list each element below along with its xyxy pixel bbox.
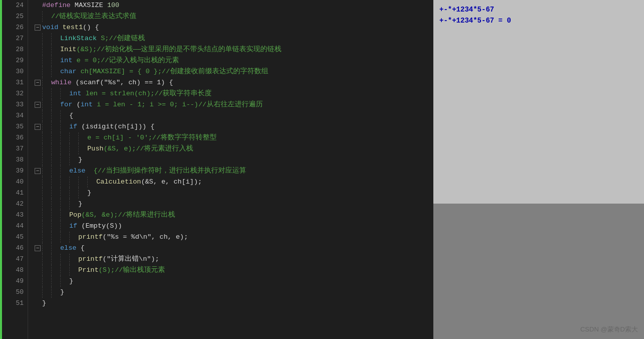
output-line: +-*+1234*5-67 = 0 <box>439 15 638 26</box>
token: } <box>78 154 82 165</box>
token: Print <box>78 265 99 276</box>
indent-guides <box>42 287 60 298</box>
token: (&S, e, ch[i]); <box>141 177 202 188</box>
token: (&S, &e);//将结果进行出栈 <box>81 210 175 221</box>
token: MAXSIZE <box>75 0 103 11</box>
indent-guides <box>42 188 87 199</box>
output-panel: +-*+1234*5-67+-*+1234*5-67 = 0 CSDN @蒙奇D… <box>433 0 644 339</box>
token: (&S, e);//将元素进行入栈 <box>103 143 193 154</box>
indent-guides <box>42 276 69 287</box>
indent-guides <box>42 44 60 55</box>
code-line: //链栈实现波兰表达式求值 <box>33 11 433 22</box>
token: () { <box>83 22 99 33</box>
token: Push <box>87 143 103 154</box>
code-line: } <box>33 188 433 199</box>
token: i = len - 1; i >= 0; i--)//从右往左进行遍历 <box>93 99 263 110</box>
token: (isdigit(ch[i])) { <box>77 121 154 132</box>
line-number: 49 <box>2 276 24 287</box>
indent-guides <box>42 99 60 110</box>
token: } <box>69 276 73 287</box>
code-line: −else { <box>33 243 433 254</box>
line-number: 48 <box>2 265 24 276</box>
code-line: } <box>33 199 433 210</box>
token: int <box>81 99 93 110</box>
fold-icon <box>33 287 42 298</box>
indent-guides <box>42 143 87 154</box>
token: (&S);//初始化栈——这里采用的是不带头结点的单链表实现的链栈 <box>76 44 281 55</box>
token: } <box>60 287 64 298</box>
token: {//当扫描到操作符时，进行出栈并执行对应运算 <box>85 165 246 177</box>
fold-icon <box>33 265 42 276</box>
indent-guides <box>42 55 60 66</box>
indent-guides <box>42 66 60 77</box>
line-number: 24 <box>2 0 24 11</box>
fold-icon[interactable]: − <box>33 243 42 254</box>
line-number: 45 <box>2 232 24 243</box>
fold-icon <box>33 110 42 121</box>
indent-guides <box>42 121 69 132</box>
token: ch[MAXSIZE] = { 0 };//创建接收前缀表达式的字符数组 <box>76 66 268 77</box>
code-line: } <box>33 154 433 165</box>
line-number: 26 <box>2 22 24 33</box>
code-line: int len = strlen(ch);//获取字符串长度 <box>33 88 433 99</box>
line-number: 27 <box>2 33 24 44</box>
output-line: +-*+1234*5-67 <box>439 4 638 15</box>
code-line: −while (scanf("%s", ch) == 1) { <box>33 77 433 88</box>
indent-guides <box>42 254 78 265</box>
code-line: Init(&S);//初始化栈——这里采用的是不带头结点的单链表实现的链栈 <box>33 44 433 55</box>
fold-icon[interactable]: − <box>33 22 42 33</box>
code-line: char ch[MAXSIZE] = { 0 };//创建接收前缀表达式的字符数… <box>33 66 433 77</box>
line-number: 40 <box>2 177 24 188</box>
fold-icon[interactable]: − <box>33 77 42 88</box>
code-line: −for (int i = len - 1; i >= 0; i--)//从右往… <box>33 99 433 110</box>
token: //链栈实现波兰表达式求值 <box>51 11 136 22</box>
line-number: 34 <box>2 110 24 121</box>
code-line: printf("%s = %d\n", ch, e); <box>33 232 433 243</box>
line-number: 50 <box>2 287 24 298</box>
line-number: 28 <box>2 44 24 55</box>
token: for <box>60 99 72 110</box>
fold-icon <box>33 132 42 143</box>
git-gutter <box>0 0 2 339</box>
code-line: LinkStack S;//创建链栈 <box>33 33 433 44</box>
indent-guides <box>42 77 51 88</box>
fold-icon[interactable]: − <box>33 99 42 110</box>
indent-guides <box>42 221 69 232</box>
token: if <box>69 221 77 232</box>
indent-guides <box>42 88 69 99</box>
fold-icon <box>33 177 42 188</box>
indent-guides <box>42 154 78 165</box>
line-number: 43 <box>2 210 24 221</box>
line-number: 29 <box>2 55 24 66</box>
token: test1 <box>63 22 83 33</box>
fold-icon <box>33 143 42 154</box>
code-line: { <box>33 110 433 121</box>
line-number: 51 <box>2 298 24 309</box>
fold-icon <box>33 221 42 232</box>
code-line: Print(S);//输出栈顶元素 <box>33 265 433 276</box>
token: else <box>69 165 85 177</box>
token: } <box>78 199 82 210</box>
output-dark-area <box>433 204 644 339</box>
token: len = strlen(ch);//获取字符串长度 <box>81 88 212 99</box>
token: ("%s = %d\n", ch, e); <box>103 232 188 243</box>
fold-icon[interactable]: − <box>33 165 42 177</box>
fold-icon <box>33 44 42 55</box>
token: Pop <box>69 210 81 221</box>
fold-icon <box>33 276 42 287</box>
indent-guides <box>42 165 69 177</box>
code-line: printf("计算出错\n"); <box>33 254 433 265</box>
token: (S);//输出栈顶元素 <box>99 265 166 276</box>
token: e = ch[i] - '0';//将数字字符转整型 <box>87 132 217 143</box>
indent-guides <box>42 33 60 44</box>
line-number: 38 <box>2 154 24 165</box>
indent-guides <box>42 199 78 210</box>
indent-guides <box>42 232 78 243</box>
fold-icon <box>33 232 42 243</box>
fold-icon <box>33 66 42 77</box>
fold-icon[interactable]: − <box>33 121 42 132</box>
line-number: 30 <box>2 66 24 77</box>
fold-icon <box>33 254 42 265</box>
code-line: Calculetion(&S, e, ch[i]); <box>33 177 433 188</box>
line-number: 31 <box>2 77 24 88</box>
